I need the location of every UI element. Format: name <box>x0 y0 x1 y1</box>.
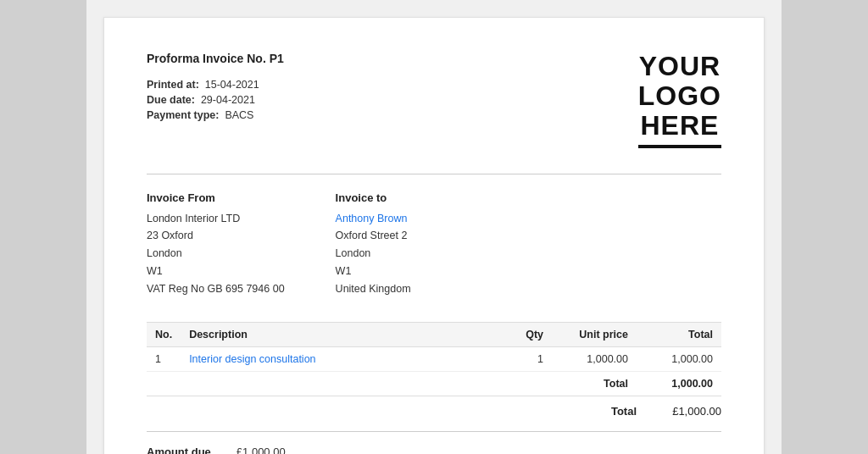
invoice-from-heading: Invoice From <box>147 191 285 204</box>
subtotal-row: Total 1,000.00 <box>147 372 721 396</box>
col-desc-header: Description <box>181 323 501 347</box>
row-qty: 1 <box>501 347 552 372</box>
from-address3: W1 <box>147 263 285 280</box>
table-body: 1 Interior design consultation 1 1,000.0… <box>147 347 721 396</box>
table-row: 1 Interior design consultation 1 1,000.0… <box>147 347 721 372</box>
invoice-title-label: Proforma Invoice No. <box>147 52 266 65</box>
page-wrapper: Proforma Invoice No. P1 Printed at: 15-0… <box>86 0 782 454</box>
invoice-number: P1 <box>270 52 284 65</box>
invoice-title: Proforma Invoice No. P1 <box>147 52 284 65</box>
payment-label: Payment type: <box>147 109 219 121</box>
col-no-header: No. <box>147 323 181 347</box>
row-unit-price: 1,000.00 <box>552 347 637 372</box>
from-address2: London <box>147 246 285 262</box>
payment-value: BACS <box>225 109 253 121</box>
subtotal-value: 1,000.00 <box>637 372 721 396</box>
to-client-name: Anthony Brown <box>336 211 411 227</box>
logo-text: YOUR LOGO HERE <box>638 52 721 141</box>
logo-line3: HERE <box>640 110 719 141</box>
due-value: 29-04-2021 <box>201 94 255 106</box>
from-vat: VAT Reg No GB 695 7946 00 <box>147 281 285 297</box>
logo-line2: LOGO <box>638 80 721 111</box>
divider-1 <box>147 174 721 174</box>
logo-line1: YOUR <box>639 51 721 81</box>
printed-label: Printed at: <box>147 79 199 91</box>
amount-due-section: Amount due £1,000.00 <box>147 431 721 454</box>
invoice-paper: Proforma Invoice No. P1 Printed at: 15-0… <box>103 17 765 454</box>
amount-due-value: £1,000.00 <box>236 446 286 454</box>
due-date: Due date: 29-04-2021 <box>147 94 284 106</box>
subtotal-label: Total <box>552 372 637 396</box>
from-address1: 23 Oxford <box>147 228 285 244</box>
logo-box: YOUR LOGO HERE <box>638 52 721 148</box>
header-left: Proforma Invoice No. P1 Printed at: 15-0… <box>147 52 284 125</box>
total-row: Total £1,000.00 <box>147 405 721 418</box>
col-qty-header: Qty <box>501 323 552 347</box>
col-unit-header: Unit price <box>552 323 637 347</box>
header-meta: Printed at: 15-04-2021 Due date: 29-04-2… <box>147 79 284 121</box>
printed-value: 15-04-2021 <box>205 79 259 91</box>
to-address4: United Kingdom <box>336 281 411 297</box>
to-address1: Oxford Street 2 <box>336 228 411 244</box>
invoice-from-col: Invoice From London Interior LTD 23 Oxfo… <box>147 191 285 299</box>
col-total-header: Total <box>637 323 721 347</box>
payment-type: Payment type: BACS <box>147 109 284 121</box>
printed-at: Printed at: 15-04-2021 <box>147 79 284 91</box>
from-company: London Interior LTD <box>147 211 285 227</box>
amount-due-label: Amount due <box>147 446 211 454</box>
table-header-row: No. Description Qty Unit price Total <box>147 323 721 347</box>
logo-underline <box>638 145 721 148</box>
invoice-to-heading: Invoice to <box>336 191 411 204</box>
address-section: Invoice From London Interior LTD 23 Oxfo… <box>147 191 721 299</box>
to-address2: London <box>336 246 411 262</box>
row-total: 1,000.00 <box>637 347 721 372</box>
header-section: Proforma Invoice No. P1 Printed at: 15-0… <box>147 52 721 148</box>
row-no: 1 <box>147 347 181 372</box>
total-label: Total <box>611 405 637 418</box>
due-label: Due date: <box>147 94 195 106</box>
to-address3: W1 <box>336 263 411 280</box>
table-header: No. Description Qty Unit price Total <box>147 323 721 347</box>
invoice-table: No. Description Qty Unit price Total 1 I… <box>147 322 721 396</box>
total-value: £1,000.00 <box>654 405 721 418</box>
invoice-to-col: Invoice to Anthony Brown Oxford Street 2… <box>336 191 411 299</box>
row-description: Interior design consultation <box>181 347 501 372</box>
